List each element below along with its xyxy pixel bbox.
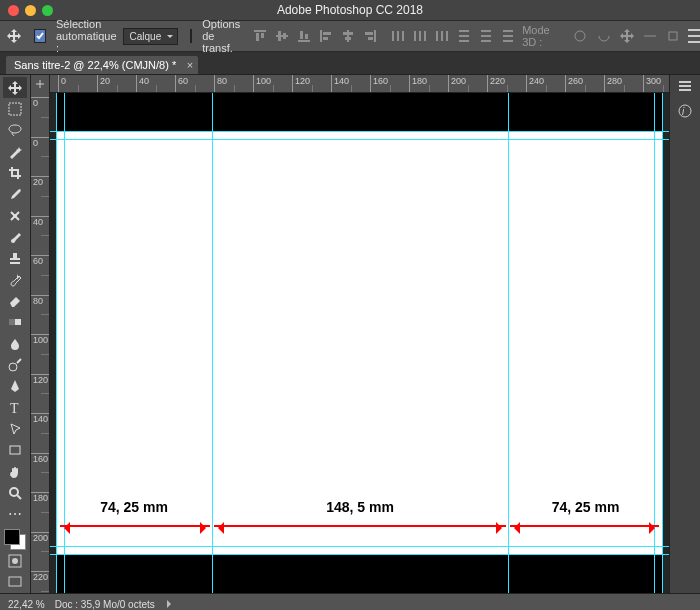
pen-tool[interactable] bbox=[3, 376, 27, 397]
svg-rect-17 bbox=[298, 40, 310, 42]
type-tool[interactable] bbox=[3, 397, 27, 418]
dimension-arrow bbox=[214, 525, 506, 527]
properties-panel-icon[interactable]: i bbox=[677, 103, 693, 119]
align-bottom-button[interactable] bbox=[296, 26, 312, 46]
dist-hcenter-button[interactable] bbox=[478, 26, 494, 46]
screen-mode-button[interactable] bbox=[3, 572, 27, 593]
options-bar: Sélection automatique : Calque Options d… bbox=[0, 20, 700, 52]
svg-rect-23 bbox=[347, 30, 349, 42]
svg-rect-16 bbox=[283, 33, 286, 39]
svg-rect-15 bbox=[278, 31, 281, 41]
align-hcenter-button[interactable] bbox=[340, 26, 356, 46]
svg-rect-27 bbox=[365, 32, 373, 35]
guide-horizontal[interactable] bbox=[50, 139, 669, 140]
dist-left-button[interactable] bbox=[456, 26, 472, 46]
canvas-area[interactable]: 74, 25 mm 148, 5 mm 74, 25 mm bbox=[50, 93, 669, 593]
3d-pan-button[interactable] bbox=[618, 26, 635, 46]
status-bar: 22,42 % Doc : 35,9 Mo/0 octets bbox=[0, 593, 700, 610]
transform-controls-checkbox[interactable] bbox=[190, 29, 192, 43]
vertical-ruler[interactable]: 0020406080100120140160180200220 bbox=[31, 93, 50, 593]
dimension-annotations: 74, 25 mm 148, 5 mm 74, 25 mm bbox=[56, 499, 663, 539]
svg-point-34 bbox=[679, 105, 691, 117]
svg-text:i: i bbox=[682, 106, 685, 117]
guide-horizontal[interactable] bbox=[50, 131, 669, 132]
3d-scale-button[interactable] bbox=[665, 26, 682, 46]
3d-orbit-button[interactable] bbox=[572, 26, 589, 46]
layer-dropdown[interactable]: Calque bbox=[123, 28, 179, 45]
move-tool-icon bbox=[6, 28, 22, 44]
heal-tool[interactable] bbox=[3, 205, 27, 226]
gradient-tool[interactable] bbox=[3, 312, 27, 333]
3d-roll-button[interactable] bbox=[595, 26, 612, 46]
svg-rect-19 bbox=[305, 34, 308, 39]
eraser-tool[interactable] bbox=[3, 290, 27, 311]
svg-rect-28 bbox=[368, 37, 373, 40]
eyedropper-tool[interactable] bbox=[3, 184, 27, 205]
align-vcenter-button[interactable] bbox=[274, 26, 290, 46]
color-swatches[interactable] bbox=[4, 529, 26, 550]
guide-horizontal[interactable] bbox=[50, 554, 669, 555]
dodge-tool[interactable] bbox=[3, 354, 27, 375]
ruler-origin-icon[interactable] bbox=[31, 75, 50, 94]
3d-slide-button[interactable] bbox=[642, 26, 659, 46]
guide-horizontal[interactable] bbox=[50, 546, 669, 547]
stamp-tool[interactable] bbox=[3, 248, 27, 269]
svg-rect-30 bbox=[669, 32, 677, 40]
dimension-label-right: 74, 25 mm bbox=[508, 499, 663, 515]
align-left-button[interactable] bbox=[318, 26, 334, 46]
close-tab-icon[interactable]: × bbox=[187, 59, 193, 71]
dimension-label-left: 74, 25 mm bbox=[56, 499, 212, 515]
svg-rect-20 bbox=[320, 30, 322, 42]
wand-tool[interactable] bbox=[3, 141, 27, 162]
dist-right-button[interactable] bbox=[500, 26, 516, 46]
svg-rect-18 bbox=[300, 31, 303, 39]
lasso-tool[interactable] bbox=[3, 120, 27, 141]
quick-mask-button[interactable] bbox=[3, 550, 27, 571]
path-select-tool[interactable] bbox=[3, 418, 27, 439]
dimension-label-mid: 148, 5 mm bbox=[212, 499, 508, 515]
panel-menu-icon[interactable] bbox=[688, 29, 700, 43]
svg-rect-33 bbox=[9, 577, 21, 586]
move-tool[interactable] bbox=[3, 77, 27, 98]
svg-rect-12 bbox=[256, 33, 259, 41]
document-tab[interactable]: Sans titre-2 @ 22,4% (CMJN/8) * × bbox=[6, 56, 198, 74]
document-tab-label: Sans titre-2 @ 22,4% (CMJN/8) * bbox=[14, 59, 176, 71]
status-flyout-icon[interactable] bbox=[167, 600, 175, 608]
svg-rect-25 bbox=[345, 37, 351, 40]
tools-panel: ⋯ bbox=[0, 75, 31, 593]
auto-select-checkbox[interactable] bbox=[34, 29, 46, 43]
history-brush-tool[interactable] bbox=[3, 269, 27, 290]
dist-top-button[interactable] bbox=[390, 26, 406, 46]
align-right-button[interactable] bbox=[362, 26, 378, 46]
marquee-tool[interactable] bbox=[3, 98, 27, 119]
hand-tool[interactable] bbox=[3, 461, 27, 482]
svg-rect-11 bbox=[254, 30, 266, 32]
transform-controls-label: Options de transf. bbox=[202, 18, 240, 54]
mac-titlebar: Adobe Photoshop CC 2018 bbox=[0, 0, 700, 20]
dist-bottom-button[interactable] bbox=[434, 26, 450, 46]
align-top-button[interactable] bbox=[252, 26, 268, 46]
svg-point-29 bbox=[575, 31, 585, 41]
dimension-arrow bbox=[510, 525, 659, 527]
east-panel-strip: i bbox=[669, 75, 700, 593]
horizontal-ruler[interactable]: 0204060801001201401601802002202402602803… bbox=[50, 75, 669, 93]
zoom-level-readout[interactable]: 22,42 % bbox=[8, 599, 45, 610]
dist-vcenter-button[interactable] bbox=[412, 26, 428, 46]
panel-menu-icon[interactable] bbox=[679, 81, 691, 91]
svg-rect-24 bbox=[343, 32, 353, 35]
svg-rect-21 bbox=[323, 32, 331, 35]
svg-rect-26 bbox=[374, 30, 376, 42]
dimension-arrow bbox=[60, 525, 210, 527]
rectangle-tool[interactable] bbox=[3, 440, 27, 461]
svg-rect-14 bbox=[276, 35, 288, 37]
blur-tool[interactable] bbox=[3, 333, 27, 354]
edit-toolbar-icon[interactable]: ⋯ bbox=[3, 504, 27, 525]
brush-tool[interactable] bbox=[3, 226, 27, 247]
doc-size-readout[interactable]: Doc : 35,9 Mo/0 octets bbox=[55, 599, 155, 610]
svg-point-32 bbox=[12, 558, 18, 564]
auto-select-label: Sélection automatique : bbox=[56, 18, 117, 54]
crop-tool[interactable] bbox=[3, 162, 27, 183]
mode-3d-label: Mode 3D : bbox=[522, 24, 566, 48]
zoom-tool[interactable] bbox=[3, 482, 27, 503]
document-page[interactable] bbox=[56, 131, 663, 555]
